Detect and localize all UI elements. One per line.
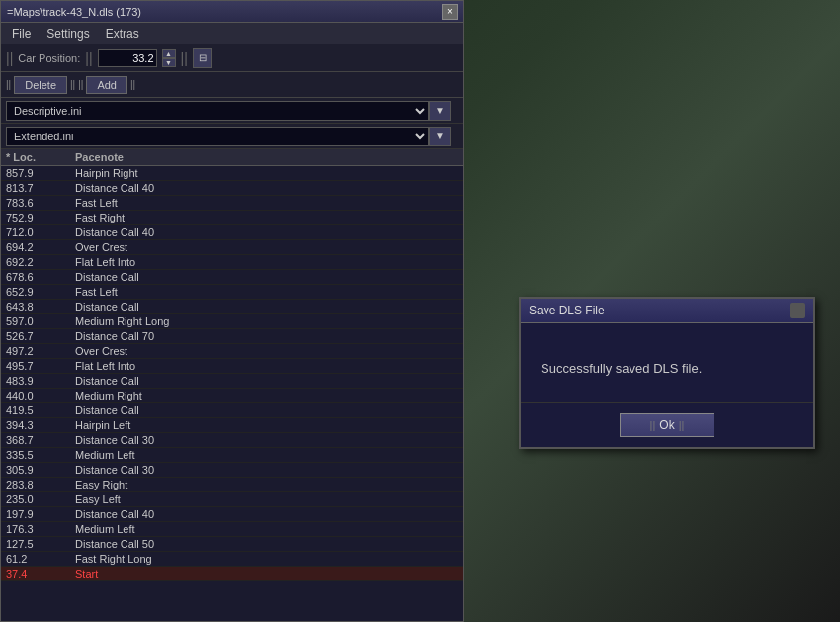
cell-note: Medium Left xyxy=(75,523,459,535)
cell-note: Fast Left xyxy=(75,286,459,298)
cell-note: Distance Call 30 xyxy=(75,434,459,446)
cell-note: Distance Call 70 xyxy=(75,330,459,342)
dialog-body: Successfully saved DLS file. xyxy=(521,323,813,402)
extended-dropdown[interactable]: Extended.ini xyxy=(6,127,429,146)
table-row[interactable]: 335.5 Medium Left xyxy=(1,448,463,463)
table-row[interactable]: 176.3 Medium Left xyxy=(1,522,463,537)
table-row[interactable]: 37.4 Start xyxy=(1,567,463,581)
cell-note: Flat Left Into xyxy=(75,360,459,372)
cell-note: Over Crest xyxy=(75,345,459,357)
cell-note: Distance Call 40 xyxy=(75,508,459,520)
cell-loc: 712.0 xyxy=(6,226,75,238)
menu-bar: File Settings Extras xyxy=(1,23,463,44)
title-bar: =Maps\track-43_N.dls (173) × xyxy=(1,1,463,23)
spin-up-button[interactable]: ▲ xyxy=(162,49,176,58)
descriptive-dropdown-arrow[interactable]: ▼ xyxy=(429,101,451,121)
cell-loc: 752.9 xyxy=(6,212,75,223)
table-row[interactable]: 419.5 Distance Call xyxy=(1,403,463,418)
cell-note: Hairpin Left xyxy=(75,419,459,431)
cell-loc: 857.9 xyxy=(6,167,75,179)
dialog-message: Successfully saved DLS file. xyxy=(541,361,702,376)
add-button[interactable]: Add xyxy=(86,76,127,94)
delete-btn-cap-right: || xyxy=(70,79,75,90)
table-row[interactable]: 597.0 Medium Right Long xyxy=(1,314,463,329)
cell-loc: 652.9 xyxy=(6,286,75,298)
spin-down-button[interactable]: ▼ xyxy=(162,58,176,67)
table-row[interactable]: 752.9 Fast Right xyxy=(1,211,463,225)
cell-loc: 497.2 xyxy=(6,345,75,357)
menu-file[interactable]: File xyxy=(9,26,34,42)
ok-label: Ok xyxy=(659,418,674,432)
header-loc: * Loc. xyxy=(6,151,75,163)
toolbar-divider-left: || xyxy=(6,50,13,66)
cell-loc: 643.8 xyxy=(6,301,75,312)
cell-note: Distance Call xyxy=(75,375,459,387)
table-row[interactable]: 694.2 Over Crest xyxy=(1,240,463,255)
car-position-spinner: ▲ ▼ xyxy=(162,49,176,67)
table-row[interactable]: 652.9 Fast Left xyxy=(1,285,463,300)
car-position-input[interactable] xyxy=(98,49,157,67)
table-row[interactable]: 394.3 Hairpin Left xyxy=(1,418,463,433)
cell-note: Easy Left xyxy=(75,493,459,505)
cell-loc: 419.5 xyxy=(6,404,75,416)
table-row[interactable]: 783.6 Fast Left xyxy=(1,196,463,211)
cell-loc: 335.5 xyxy=(6,449,75,461)
action-bar: || Delete || || Add || xyxy=(1,72,463,98)
table-row[interactable]: 127.5 Distance Call 50 xyxy=(1,537,463,552)
descriptive-dropdown-row: Descriptive.ini ▼ xyxy=(1,98,463,124)
table-row[interactable]: 197.9 Distance Call 40 xyxy=(1,507,463,522)
table-row[interactable]: 305.9 Distance Call 30 xyxy=(1,463,463,478)
cell-loc: 692.2 xyxy=(6,256,75,268)
table-header: * Loc. Pacenote xyxy=(1,149,463,166)
cell-note: Over Crest xyxy=(75,241,459,253)
close-button[interactable]: × xyxy=(442,4,458,20)
delete-btn-cap-left: || xyxy=(6,79,11,90)
toolbar-divider-mid: || xyxy=(85,50,92,66)
dialog-footer: || Ok || xyxy=(521,402,813,447)
cell-loc: 526.7 xyxy=(6,330,75,342)
table-row[interactable]: 283.8 Easy Right xyxy=(1,478,463,492)
cell-loc: 127.5 xyxy=(6,538,75,550)
descriptive-dropdown[interactable]: Descriptive.ini xyxy=(6,101,429,121)
table-row[interactable]: 813.7 Distance Call 40 xyxy=(1,181,463,196)
table-row[interactable]: 235.0 Easy Left xyxy=(1,492,463,507)
delete-button[interactable]: Delete xyxy=(14,76,67,94)
table-row[interactable]: 643.8 Distance Call xyxy=(1,300,463,314)
toolbar: || Car Position: || ▲ ▼ || ⊟ xyxy=(1,44,463,72)
menu-extras[interactable]: Extras xyxy=(103,26,142,42)
table-row[interactable]: 495.7 Flat Left Into xyxy=(1,359,463,374)
table-row[interactable]: 857.9 Hairpin Right xyxy=(1,166,463,181)
cell-loc: 678.6 xyxy=(6,271,75,283)
table-row[interactable]: 483.9 Distance Call xyxy=(1,374,463,389)
extended-dropdown-row: Extended.ini ▼ xyxy=(1,124,463,149)
table-row[interactable]: 712.0 Distance Call 40 xyxy=(1,225,463,240)
table-row[interactable]: 526.7 Distance Call 70 xyxy=(1,329,463,344)
extended-dropdown-arrow[interactable]: ▼ xyxy=(429,127,451,146)
table-row[interactable]: 497.2 Over Crest xyxy=(1,344,463,359)
table-row[interactable]: 440.0 Medium Right xyxy=(1,389,463,403)
menu-settings[interactable]: Settings xyxy=(43,26,92,42)
save-dialog: Save DLS File Successfully saved DLS fil… xyxy=(519,297,815,449)
toolbar-extra-button[interactable]: ⊟ xyxy=(193,48,212,68)
cell-loc: 495.7 xyxy=(6,360,75,372)
ok-bracket-left: || xyxy=(650,419,656,431)
table-row[interactable]: 678.6 Distance Call xyxy=(1,270,463,285)
table-row[interactable]: 61.2 Fast Right Long xyxy=(1,552,463,567)
add-btn-cap-left: || xyxy=(78,79,83,90)
cell-note: Distance Call xyxy=(75,301,459,312)
cell-note: Medium Left xyxy=(75,449,459,461)
cell-note: Distance Call 30 xyxy=(75,464,459,476)
header-pacenote: Pacenote xyxy=(75,151,459,163)
editor-window: =Maps\track-43_N.dls (173) × File Settin… xyxy=(0,0,464,622)
car-position-label: Car Position: xyxy=(18,52,80,64)
cell-note: Fast Right xyxy=(75,212,459,223)
table-row[interactable]: 692.2 Flat Left Into xyxy=(1,255,463,270)
table-row[interactable]: 368.7 Distance Call 30 xyxy=(1,433,463,448)
cell-note: Start xyxy=(75,568,459,579)
cell-loc: 783.6 xyxy=(6,197,75,209)
table-body[interactable]: 857.9 Hairpin Right 813.7 Distance Call … xyxy=(1,166,463,621)
cell-loc: 235.0 xyxy=(6,493,75,505)
cell-note: Hairpin Right xyxy=(75,167,459,179)
cell-note: Distance Call 50 xyxy=(75,538,459,550)
dialog-ok-button[interactable]: || Ok || xyxy=(620,413,715,437)
